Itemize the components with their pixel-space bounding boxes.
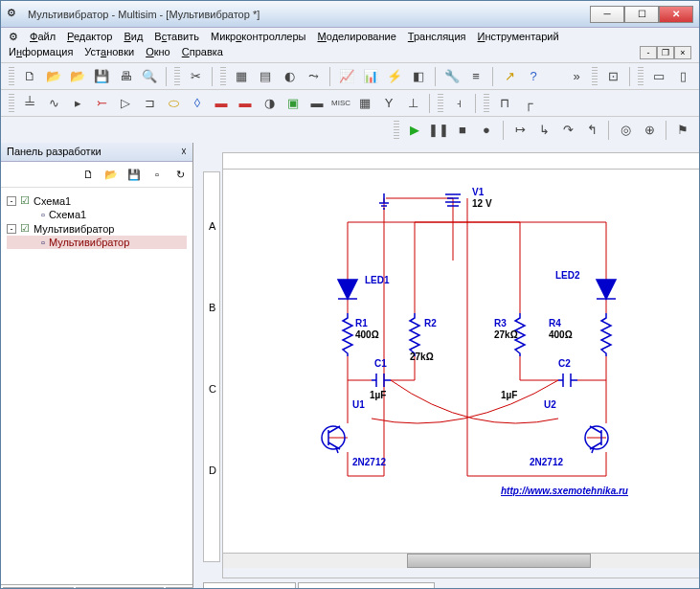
refresh-icon[interactable]: ↻ <box>171 166 189 183</box>
menu-view[interactable]: Вид <box>124 31 143 43</box>
mdi-minimize[interactable]: - <box>640 46 657 59</box>
label-r4-val[interactable]: 400Ω <box>549 329 573 340</box>
ic1-icon[interactable]: ▬ <box>211 93 232 114</box>
power-icon[interactable]: ▬ <box>306 93 327 114</box>
probe-button[interactable]: ⚡ <box>384 66 405 87</box>
label-led1[interactable]: LED1 <box>365 275 390 285</box>
misc-icon[interactable]: ◊ <box>187 93 208 114</box>
sheet-icon[interactable]: ▫ <box>148 166 166 183</box>
mdi-restore[interactable]: ❐ <box>657 46 674 59</box>
stepout-button[interactable]: ↰ <box>581 120 602 141</box>
canvas-tab-1[interactable]: ✕ ▫Схема1 * <box>203 582 296 589</box>
mixed-icon[interactable]: ◑ <box>259 93 280 114</box>
sim1-button[interactable]: ◎ <box>615 120 636 141</box>
netlist-button[interactable]: ≡ <box>465 66 486 87</box>
save-icon[interactable]: 💾 <box>125 166 143 183</box>
label-u2[interactable]: U2 <box>544 399 556 410</box>
maximize-button[interactable]: ☐ <box>624 6 659 23</box>
hier-icon[interactable]: ⊓ <box>494 93 515 114</box>
scrollbar-horizontal[interactable] <box>223 553 700 568</box>
label-r3[interactable]: R3 <box>494 318 507 328</box>
label-q2-model[interactable]: 2N2712 <box>530 457 563 467</box>
play-button[interactable]: ▶ <box>404 120 425 141</box>
step-button[interactable]: ↦ <box>509 120 531 141</box>
minimize-button[interactable]: ─ <box>590 6 624 23</box>
open2-button[interactable]: 📂 <box>67 66 88 87</box>
label-r4[interactable]: R4 <box>549 318 561 328</box>
schematic-canvas[interactable]: V1 12 V LED1 LED2 R1 400Ω R2 27kΩ R3 27k… <box>223 170 700 553</box>
mdi-close[interactable]: × <box>674 46 691 59</box>
source-icon[interactable]: ╧ <box>19 93 40 114</box>
label-v1[interactable]: V1 <box>472 187 484 197</box>
close-button[interactable]: ✕ <box>659 6 693 23</box>
zoom-button[interactable]: ⊡ <box>602 66 623 87</box>
sim3-button[interactable]: ⚑ <box>672 120 693 141</box>
menu-insert[interactable]: Вставить <box>154 31 199 43</box>
open-button[interactable]: 📂 <box>43 66 64 87</box>
tool-button[interactable]: 🔧 <box>441 66 463 87</box>
tree-child-2[interactable]: ▫Мультивибратор <box>7 236 187 249</box>
sim2-button[interactable]: ⊕ <box>639 120 660 141</box>
label-r1[interactable]: R1 <box>355 318 368 328</box>
stepover-button[interactable]: ↷ <box>557 120 578 141</box>
component3-button[interactable]: ⤳ <box>303 66 324 87</box>
grid-button[interactable]: ▤ <box>255 66 276 87</box>
bus-icon[interactable]: ⫞ <box>448 93 469 114</box>
menu-window[interactable]: Окно <box>146 46 170 59</box>
label-r1-val[interactable]: 400Ω <box>355 329 379 340</box>
wire-icon[interactable]: ┌ <box>518 93 539 114</box>
new-file-icon[interactable]: 🗋 <box>79 166 97 183</box>
ttl-icon[interactable]: ⊐ <box>139 93 160 114</box>
transfer-button[interactable]: ↗ <box>499 66 520 87</box>
graph-button[interactable]: 📈 <box>336 66 357 87</box>
component2-button[interactable]: ◐ <box>279 66 300 87</box>
menu-options[interactable]: Установки <box>84 46 134 59</box>
tree-root-2[interactable]: -☑ Мультивибратор <box>7 221 187 236</box>
menu-edit[interactable]: Редактор <box>67 31 112 43</box>
label-r2[interactable]: R2 <box>424 318 437 328</box>
label-v1-val[interactable]: 12 V <box>472 198 492 209</box>
label-q1-model[interactable]: 2N2712 <box>352 457 386 467</box>
analog-icon[interactable]: ▷ <box>115 93 136 114</box>
stop-button[interactable]: ■ <box>452 120 473 141</box>
label-c2[interactable]: C2 <box>558 358 571 369</box>
em-icon[interactable]: Y <box>378 93 399 114</box>
label-led2[interactable]: LED2 <box>555 270 580 281</box>
open-folder-icon[interactable]: 📂 <box>102 166 120 183</box>
ic2-icon[interactable]: ▬ <box>235 93 256 114</box>
pause-button[interactable]: ❚❚ <box>428 120 449 141</box>
postproc-button[interactable]: ◧ <box>408 66 429 87</box>
label-c1[interactable]: C1 <box>374 358 387 369</box>
tree-root-1[interactable]: -☑ Схема1 <box>7 193 187 208</box>
menu-file[interactable]: ФФайлайл <box>30 31 56 43</box>
project-tree[interactable]: -☑ Схема1 ▫Схема1 -☑ Мультивибратор ▫Мул… <box>1 188 192 584</box>
tree-child-1[interactable]: ▫Схема1 <box>7 208 187 221</box>
view1-button[interactable]: ▭ <box>648 66 669 87</box>
connector-icon[interactable]: ⊥ <box>402 93 423 114</box>
print-button[interactable]: 🖶 <box>115 66 136 87</box>
menu-transfer[interactable]: Трансляция <box>408 31 466 43</box>
cmos-icon[interactable]: ⬭ <box>163 93 184 114</box>
stepinto-button[interactable]: ↳ <box>533 120 554 141</box>
record-button[interactable]: ● <box>476 120 497 141</box>
label-c1-val[interactable]: 1µF <box>370 390 386 400</box>
analysis-button[interactable]: 📊 <box>360 66 381 87</box>
indicator-icon[interactable]: ▣ <box>282 93 304 114</box>
view2-button[interactable]: ▯ <box>672 66 693 87</box>
transistor-icon[interactable]: ⤚ <box>91 93 112 114</box>
menu-simulate[interactable]: Моделирование <box>318 31 396 43</box>
canvas-scroll[interactable]: V1 12 V LED1 LED2 R1 400Ω R2 27kΩ R3 27k… <box>222 170 700 578</box>
expand-button[interactable]: » <box>566 66 587 87</box>
new-button[interactable]: 🗋 <box>19 66 40 87</box>
label-c2-val[interactable]: 1µF <box>501 390 517 400</box>
diode-icon[interactable]: ▸ <box>67 93 88 114</box>
cut-button[interactable]: ✂ <box>185 66 206 87</box>
label-r2-val[interactable]: 27kΩ <box>410 351 434 362</box>
label-r3-val[interactable]: 27kΩ <box>494 329 518 340</box>
misc2-icon[interactable]: MISC <box>330 93 351 114</box>
menu-mcu[interactable]: Микроконтроллеры <box>211 31 306 43</box>
save-button[interactable]: 💾 <box>91 66 112 87</box>
canvas-tab-2[interactable]: ✕ ▫Мультивибратор * <box>298 582 435 589</box>
basic-icon[interactable]: ∿ <box>43 93 64 114</box>
menu-tools[interactable]: Инструментарий <box>478 31 559 43</box>
